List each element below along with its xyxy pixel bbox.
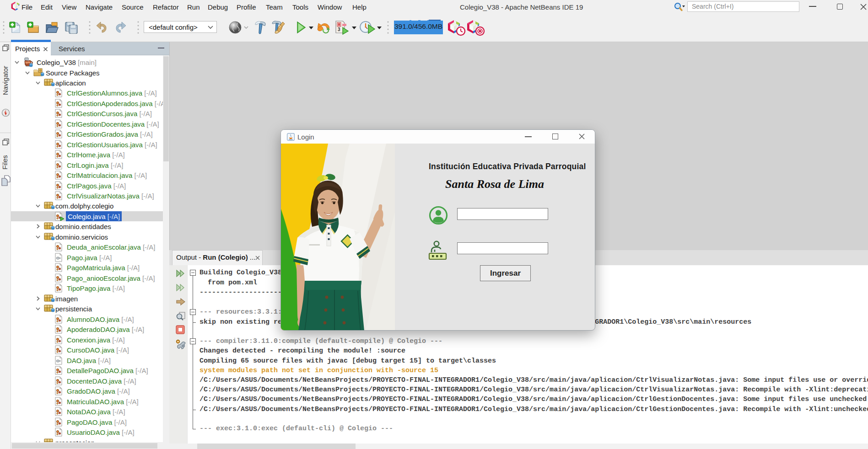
svg-text:3: 3 — [338, 27, 340, 32]
